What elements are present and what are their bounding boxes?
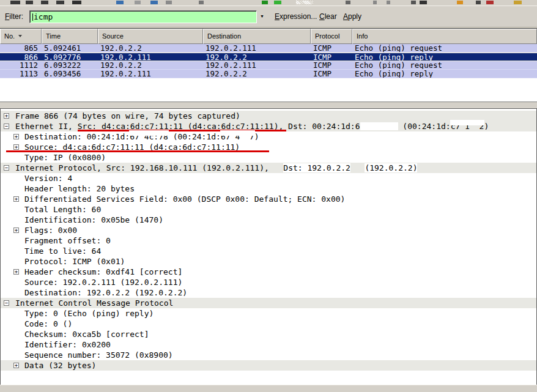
cell-protocol: ICMP: [311, 44, 352, 52]
cell-time: 5.092461: [42, 44, 98, 52]
detail-text: Internet Protocol, Src: 192.168.10.111 (…: [15, 163, 269, 172]
tree-expander-minus-icon[interactable]: −: [4, 300, 9, 306]
toolbar-icon-fragment: [116, 1, 124, 4]
column-header-source[interactable]: Source: [98, 29, 203, 44]
detail-text: Flags: 0x00: [24, 226, 77, 235]
toolbar-icon-fragment: [411, 1, 416, 4]
detail-tree-row[interactable]: Sequence number: 35072 (0x8900): [1, 350, 536, 360]
detail-text: 6: [355, 122, 360, 131]
detail-text: Version: 4: [24, 174, 72, 183]
tree-expander-plus-icon[interactable]: +: [13, 196, 19, 202]
toolbar-icon-fragment: [72, 1, 81, 4]
detail-tree-row[interactable]: −Internet Protocol, Src: 192.168.10.111 …: [1, 163, 536, 173]
detail-text: Ethernet II,: [15, 122, 78, 131]
detail-text: Type: 0 (Echo (ping) reply): [24, 309, 154, 318]
column-header-info[interactable]: Info: [352, 29, 537, 44]
sort-indicator-icon: [18, 35, 22, 37]
column-header-label: Time: [46, 32, 61, 40]
detail-tree-row[interactable]: Source: 192.0.2.111 (192.0.2.111): [1, 277, 536, 287]
detail-tree-row[interactable]: +Destination: 00:24:1d:67 4c:78 (00:24:1…: [1, 131, 536, 142]
expression-button[interactable]: Expression...: [275, 12, 317, 21]
detail-tree-row[interactable]: +Data (32 bytes): [1, 360, 536, 371]
pane-splitter[interactable]: [0, 102, 537, 108]
filter-input[interactable]: icmp: [29, 10, 257, 23]
detail-tree-row[interactable]: Identification: 0x05be (1470): [1, 215, 536, 225]
detail-tree-row[interactable]: Fragment offset: 0: [1, 235, 536, 246]
column-header-no[interactable]: No.: [0, 29, 42, 44]
detail-text: Time to live: 64: [24, 246, 101, 256]
toolbar-icon-fragment: [346, 1, 350, 4]
detail-tree-row[interactable]: Time to live: 64: [1, 246, 536, 256]
detail-text: Internet Control Message Protocol: [15, 298, 173, 308]
cell-destination: 192.0.2.111: [203, 44, 311, 52]
detail-tree-row[interactable]: Checksum: 0xca5b [correct]: [1, 329, 536, 339]
cell-destination: 192.0.2.111: [203, 61, 311, 69]
packet-row[interactable]: 11126.093222192.0.2.2192.0.2.111ICMPEcho…: [0, 61, 537, 70]
packet-row[interactable]: 8655.092461192.0.2.2192.0.2.111ICMPEcho …: [0, 44, 537, 53]
packet-row-selected[interactable]: 8665.092776192.0.2.111192.0.2.2ICMPEcho …: [0, 53, 537, 61]
column-header-label: Destination: [207, 32, 241, 40]
toolbar-icon-fragment: [457, 1, 463, 4]
clear-button[interactable]: Clear: [319, 12, 337, 21]
detail-text: Type: IP (0x0800): [24, 153, 106, 162]
detail-tree-row[interactable]: +Flags: 0x00: [1, 225, 536, 235]
detail-tree-row[interactable]: Identifier: 0x0200: [1, 339, 536, 350]
partially-redacted-text: c7 1 2: [451, 121, 484, 131]
detail-tree-row[interactable]: +Differentiated Services Field: 0x00 (DS…: [1, 194, 536, 204]
detail-text: ): [254, 132, 259, 141]
column-header-destination[interactable]: Destination: [203, 29, 311, 44]
toolbar-icon-fragment: [41, 1, 48, 4]
column-header-protocol[interactable]: Protocol: [311, 29, 352, 44]
detail-text: Destination: 192.0.2.2 (192.0.2.2): [24, 288, 187, 297]
filter-dropdown-arrow-icon[interactable]: ▼: [257, 12, 267, 20]
detail-tree-row[interactable]: Protocol: ICMP (0x01): [1, 256, 536, 267]
tree-expander-minus-icon[interactable]: −: [4, 124, 9, 129]
tree-expander-plus-icon[interactable]: +: [13, 227, 19, 233]
cell-destination: 192.0.2.2: [203, 70, 311, 78]
detail-text: Header checksum: 0xdf41 [correct]: [24, 267, 182, 276]
filter-toolbar: Filter: icmp ▼ Expression... Clear Apply: [0, 6, 537, 28]
apply-button[interactable]: Apply: [343, 12, 361, 21]
packet-row[interactable]: 11136.093456192.0.2.111192.0.2.2ICMPEcho…: [0, 70, 537, 78]
cell-info: Echo (ping) reply: [352, 70, 537, 78]
detail-tree-row[interactable]: Code: 0 (): [1, 319, 536, 329]
detail-text: [350, 163, 365, 172]
toolbar-icon-fragment: [26, 1, 33, 4]
partially-redacted-text: 67 4 7: [221, 131, 254, 142]
detail-tree-row[interactable]: Total Length: 60: [1, 204, 536, 215]
cell-source: 192.0.2.111: [98, 70, 203, 78]
tree-expander-plus-icon[interactable]: +: [13, 144, 19, 150]
detail-tree-row[interactable]: Header length: 20 bytes: [1, 183, 536, 194]
detail-tree-row[interactable]: Type: 0 (Echo (ping) reply): [1, 308, 536, 319]
cell-time: 5.092776: [42, 53, 98, 61]
cell-no: 1113: [0, 70, 42, 78]
detail-tree-row[interactable]: +Source: d4:ca:6d:c7:11:11 (d4:ca:6d:c7:…: [1, 142, 536, 152]
detail-tree-row[interactable]: Type: IP (0x0800): [1, 152, 536, 163]
column-header-time[interactable]: Time: [42, 29, 98, 44]
tree-expander-plus-icon[interactable]: +: [13, 269, 19, 275]
toolbar-icon-fragment: [56, 1, 64, 4]
packet-details-pane: +Frame 866 (74 bytes on wire, 74 bytes c…: [0, 108, 537, 385]
tree-expander-minus-icon[interactable]: −: [4, 165, 9, 171]
detail-tree-row[interactable]: −Ethernet II, Src: d4:ca:6d:c7:11:11 (d4…: [1, 121, 536, 131]
detail-tree-row[interactable]: Destination: 192.0.2.2 (192.0.2.2): [1, 287, 536, 298]
tree-expander-plus-icon[interactable]: +: [4, 113, 9, 119]
cell-time: 6.093456: [42, 70, 98, 78]
cell-info: Echo (ping) reply: [352, 53, 537, 61]
retyped-over-redaction-text: Dst: 192.0.2.2: [283, 163, 350, 172]
toolbar-icon-fragment: [135, 1, 141, 4]
column-header-label: Source: [102, 32, 124, 40]
filter-label: Filter:: [5, 12, 23, 21]
packet-list-pane: No.TimeSourceDestinationProtocolInfo 865…: [0, 28, 537, 102]
cell-info: Echo (ping) request: [352, 61, 537, 69]
tree-expander-plus-icon[interactable]: +: [13, 363, 19, 368]
detail-tree-row[interactable]: +Header checksum: 0xdf41 [correct]: [1, 267, 536, 277]
cell-source: 192.0.2.2: [98, 44, 203, 52]
toolbar-icon-fragment: [166, 1, 172, 4]
tree-expander-plus-icon[interactable]: +: [13, 134, 19, 139]
redaction-box: [360, 122, 398, 130]
detail-tree-row[interactable]: −Internet Control Message Protocol: [1, 298, 536, 308]
detail-text: (00:24:1d:: [168, 132, 221, 141]
column-header-label: Info: [357, 32, 368, 40]
detail-tree-row[interactable]: Version: 4: [1, 173, 536, 183]
